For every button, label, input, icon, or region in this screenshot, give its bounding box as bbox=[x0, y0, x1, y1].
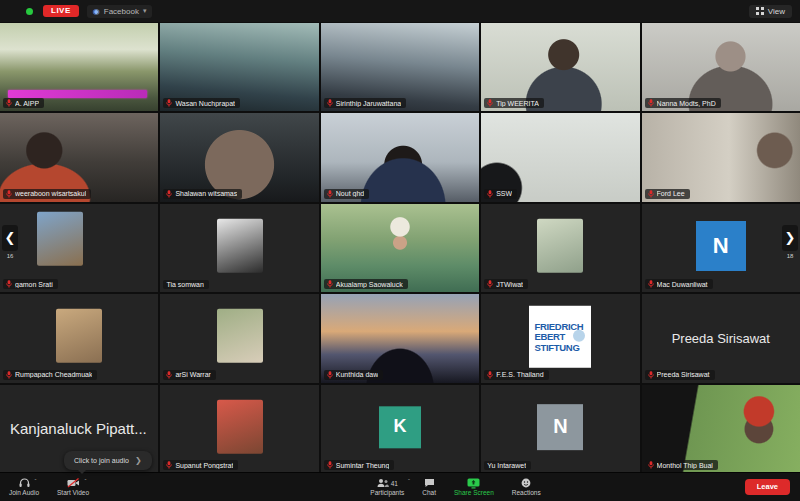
join-audio-label: Join Audio bbox=[9, 490, 39, 497]
profile-photo bbox=[217, 309, 263, 363]
participant-name: Tia somwan bbox=[166, 281, 203, 288]
participant-tile[interactable]: SSW bbox=[481, 113, 639, 201]
muted-mic-icon bbox=[487, 190, 493, 198]
next-page-arrow-icon[interactable]: ❯ bbox=[782, 225, 798, 251]
participant-name-label: Sirinthip Jaruwattana bbox=[324, 98, 406, 108]
previous-page-control: ❮ 16 bbox=[2, 225, 18, 259]
participant-tile[interactable]: Preeda SirisawatPreeda Sirisawat bbox=[642, 294, 800, 382]
participant-tile[interactable]: Tia somwan bbox=[160, 204, 318, 292]
zoom-meeting-window: LIVE ◉ Facebook ▾ View A. AIPPWasan Nuch… bbox=[0, 0, 800, 501]
participant-tile[interactable]: NMac Duwanliwat bbox=[642, 204, 800, 292]
participant-tile[interactable]: Akualamp Saowaluck bbox=[321, 204, 479, 292]
participant-name-label: Supanut Pongstrat bbox=[163, 460, 238, 470]
participant-tile[interactable]: NYu Intarawet bbox=[481, 385, 639, 473]
participant-tile[interactable]: Tip WEERITA bbox=[481, 23, 639, 111]
participant-name-label: gamon Srati bbox=[3, 279, 58, 289]
share-screen-label: Share Screen bbox=[454, 490, 494, 497]
headset-icon: ˆ bbox=[19, 478, 30, 489]
participant-tile[interactable]: gamon Srati bbox=[0, 204, 158, 292]
live-badge: LIVE bbox=[43, 5, 79, 17]
participant-tile[interactable]: KSumintar Theung bbox=[321, 385, 479, 473]
participant-tile[interactable]: Supanut Pongstrat bbox=[160, 385, 318, 473]
participant-tile[interactable]: Monthol Thip Bual bbox=[642, 385, 800, 473]
participant-name-label: Wasan Nuchprapat bbox=[163, 98, 240, 108]
muted-mic-icon bbox=[648, 190, 654, 198]
chevron-up-icon[interactable]: ˆ bbox=[35, 478, 37, 484]
participant-name-label: F.E.S. Thailand bbox=[484, 370, 548, 380]
live-stream-dropdown[interactable]: ◉ Facebook ▾ bbox=[87, 5, 153, 18]
participant-tile[interactable]: FRIEDRICHEBERTSTIFTUNGF.E.S. Thailand bbox=[481, 294, 639, 382]
chevron-up-icon[interactable]: ˆ bbox=[408, 478, 410, 484]
leave-meeting-button[interactable]: Leave bbox=[745, 479, 790, 495]
recording-indicator-dot bbox=[26, 8, 33, 15]
participant-name-label: Nanna Modts, PhD bbox=[645, 98, 721, 108]
start-video-label: Start Video bbox=[57, 490, 89, 497]
participant-gallery-grid: A. AIPPWasan NuchprapatSirinthip Jaruwat… bbox=[0, 23, 800, 473]
participant-name-label: Shalawan witsamas bbox=[163, 189, 242, 199]
participant-name: SSW bbox=[496, 190, 512, 197]
avatar-letter: N bbox=[696, 221, 746, 271]
previous-page-count: 16 bbox=[2, 253, 18, 259]
muted-mic-icon bbox=[648, 280, 654, 288]
chevron-up-icon[interactable]: ˆ bbox=[85, 478, 87, 484]
fes-logo: FRIEDRICHEBERTSTIFTUNG bbox=[529, 306, 591, 368]
view-button[interactable]: View bbox=[749, 5, 792, 18]
participant-tile[interactable]: Shalawan witsamas bbox=[160, 113, 318, 201]
participant-tile[interactable]: Nout ghd bbox=[321, 113, 479, 201]
participant-name: Rumpapach Cheadmuak bbox=[15, 371, 92, 378]
participant-tile[interactable]: Wasan Nuchprapat bbox=[160, 23, 318, 111]
muted-mic-icon bbox=[166, 190, 172, 198]
participant-name-label: Kunthida daw bbox=[324, 370, 383, 380]
participant-name: gamon Srati bbox=[15, 281, 53, 288]
chevron-right-icon: ❯ bbox=[135, 456, 142, 465]
muted-mic-icon bbox=[487, 99, 493, 107]
camera-off-icon: ˆ bbox=[67, 478, 80, 489]
gallery-view-icon bbox=[756, 7, 764, 15]
muted-mic-icon bbox=[6, 190, 12, 198]
participant-tile[interactable]: weeraboon wisartsakul bbox=[0, 113, 158, 201]
participant-name-label: Ford Lee bbox=[645, 189, 690, 199]
stream-platform-icon: ◉ bbox=[93, 7, 100, 16]
toolbar-left-group: ˆ Join Audio ˆ Start Video bbox=[0, 473, 98, 501]
participant-tile[interactable]: Ford Lee bbox=[642, 113, 800, 201]
participant-tile[interactable]: Kunthida daw bbox=[321, 294, 479, 382]
participant-tile[interactable]: JTWiwat bbox=[481, 204, 639, 292]
muted-mic-icon bbox=[6, 99, 12, 107]
join-audio-button[interactable]: ˆ Join Audio bbox=[0, 473, 48, 501]
meeting-topbar: LIVE ◉ Facebook ▾ View bbox=[0, 0, 800, 22]
avatar-letter: K bbox=[379, 406, 421, 448]
participant-name: Shalawan witsamas bbox=[175, 190, 237, 197]
participants-count: 41 bbox=[391, 480, 398, 487]
view-button-label: View bbox=[768, 7, 785, 16]
reactions-button[interactable]: Reactions bbox=[503, 473, 550, 501]
participant-name: Nout ghd bbox=[336, 190, 364, 197]
participant-name-label: JTWiwat bbox=[484, 279, 528, 289]
muted-mic-icon bbox=[487, 371, 493, 379]
previous-page-arrow-icon[interactable]: ❮ bbox=[2, 225, 18, 251]
participant-name-label: A. AIPP bbox=[3, 98, 44, 108]
participants-label: Participants bbox=[370, 490, 404, 497]
lower-third-banner bbox=[8, 90, 147, 98]
share-screen-button[interactable]: Share Screen bbox=[445, 473, 503, 501]
participants-button[interactable]: 41 ˆ Participants bbox=[361, 473, 413, 501]
start-video-button[interactable]: ˆ Start Video bbox=[48, 473, 98, 501]
next-page-count: 18 bbox=[782, 253, 798, 259]
muted-mic-icon bbox=[166, 371, 172, 379]
participant-name: Sirinthip Jaruwattana bbox=[336, 100, 401, 107]
participant-tile[interactable]: Nanna Modts, PhD bbox=[642, 23, 800, 111]
participant-name: Tip WEERITA bbox=[496, 100, 539, 107]
join-audio-tooltip[interactable]: Click to join audio ❯ bbox=[64, 451, 152, 470]
profile-photo bbox=[56, 309, 102, 363]
join-audio-tooltip-text: Click to join audio bbox=[74, 457, 129, 464]
participant-tile[interactable]: Sirinthip Jaruwattana bbox=[321, 23, 479, 111]
participant-tile[interactable]: arSi Warrar bbox=[160, 294, 318, 382]
participant-tile[interactable]: Rumpapach Cheadmuak bbox=[0, 294, 158, 382]
participant-name: Monthol Thip Bual bbox=[657, 462, 713, 469]
participant-tile[interactable]: A. AIPP bbox=[0, 23, 158, 111]
chat-bubble-icon bbox=[424, 478, 435, 489]
chat-button[interactable]: Chat bbox=[413, 473, 445, 501]
participant-name-label: Tip WEERITA bbox=[484, 98, 544, 108]
profile-photo bbox=[537, 219, 583, 273]
participant-name: Mac Duwanliwat bbox=[657, 281, 708, 288]
chevron-down-icon: ▾ bbox=[143, 7, 147, 15]
